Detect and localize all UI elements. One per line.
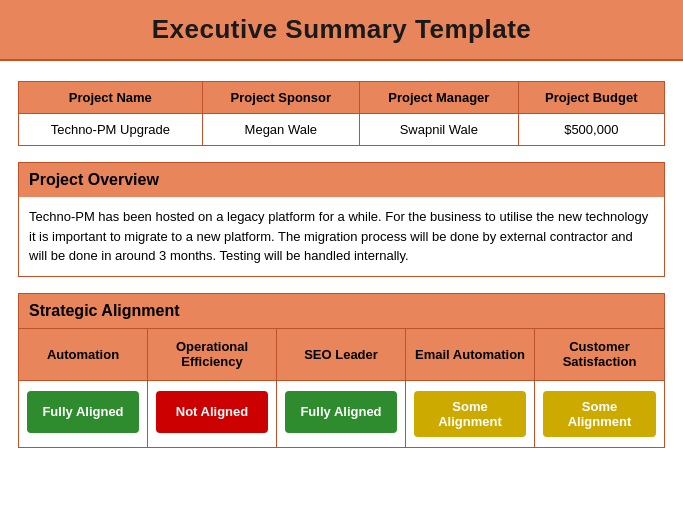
cell-project-budget: $500,000 bbox=[518, 114, 664, 146]
cell-project-sponsor: Megan Wale bbox=[202, 114, 359, 146]
alignment-col-4: Customer SatisfactionSome Alignment bbox=[535, 329, 664, 447]
alignment-col-0: AutomationFully Aligned bbox=[19, 329, 148, 447]
alignment-col-body-1: Not Aligned bbox=[148, 381, 276, 443]
project-info-table: Project Name Project Sponsor Project Man… bbox=[18, 81, 665, 146]
status-badge-2: Fully Aligned bbox=[285, 391, 397, 433]
col-header-project-sponsor: Project Sponsor bbox=[202, 82, 359, 114]
alignment-col-header-1: Operational Efficiency bbox=[148, 329, 276, 381]
status-badge-4: Some Alignment bbox=[543, 391, 656, 437]
alignment-col-3: Email AutomationSome Alignment bbox=[406, 329, 535, 447]
alignment-col-header-3: Email Automation bbox=[406, 329, 534, 381]
table-row: Techno-PM Upgrade Megan Wale Swapnil Wal… bbox=[19, 114, 665, 146]
project-overview-body: Techno-PM has been hosted on a legacy pl… bbox=[19, 197, 664, 276]
alignment-col-body-0: Fully Aligned bbox=[19, 381, 147, 443]
strategic-alignment-header: Strategic Alignment bbox=[19, 294, 664, 328]
project-overview-header: Project Overview bbox=[19, 163, 664, 197]
alignment-col-header-0: Automation bbox=[19, 329, 147, 381]
status-badge-0: Fully Aligned bbox=[27, 391, 139, 433]
status-badge-3: Some Alignment bbox=[414, 391, 526, 437]
page-header: Executive Summary Template bbox=[0, 0, 683, 61]
alignment-col-body-2: Fully Aligned bbox=[277, 381, 405, 443]
status-badge-1: Not Aligned bbox=[156, 391, 268, 433]
alignment-grid: AutomationFully AlignedOperational Effic… bbox=[19, 328, 664, 447]
cell-project-name: Techno-PM Upgrade bbox=[19, 114, 203, 146]
strategic-alignment-section: Strategic Alignment AutomationFully Alig… bbox=[18, 293, 665, 448]
alignment-col-header-2: SEO Leader bbox=[277, 329, 405, 381]
alignment-col-2: SEO LeaderFully Aligned bbox=[277, 329, 406, 447]
alignment-col-body-4: Some Alignment bbox=[535, 381, 664, 447]
page-title: Executive Summary Template bbox=[10, 14, 673, 45]
col-header-project-budget: Project Budget bbox=[518, 82, 664, 114]
project-overview-section: Project Overview Techno-PM has been host… bbox=[18, 162, 665, 277]
alignment-col-1: Operational EfficiencyNot Aligned bbox=[148, 329, 277, 447]
alignment-col-header-4: Customer Satisfaction bbox=[535, 329, 664, 381]
alignment-col-body-3: Some Alignment bbox=[406, 381, 534, 447]
cell-project-manager: Swapnil Wale bbox=[360, 114, 518, 146]
col-header-project-name: Project Name bbox=[19, 82, 203, 114]
col-header-project-manager: Project Manager bbox=[360, 82, 518, 114]
main-content: Project Name Project Sponsor Project Man… bbox=[0, 61, 683, 468]
